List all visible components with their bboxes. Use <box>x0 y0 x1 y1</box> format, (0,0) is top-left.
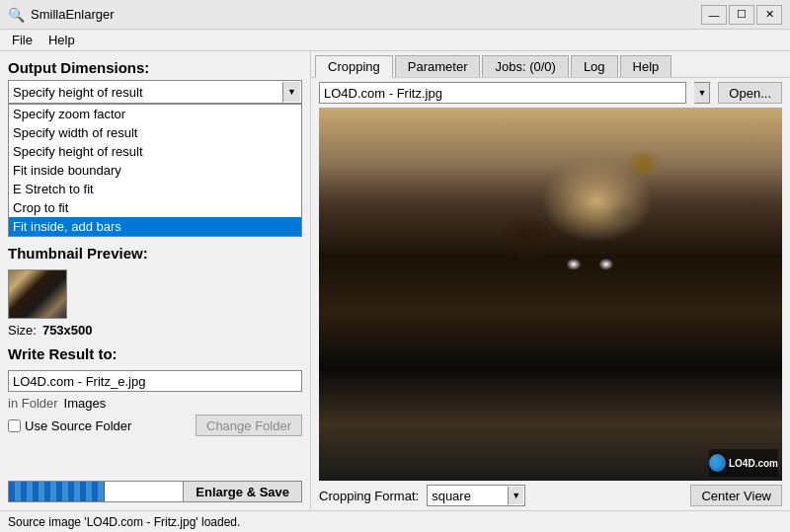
maximize-button[interactable]: ☐ <box>729 5 754 25</box>
path-dropdown: ▼ <box>694 82 710 104</box>
left-panel: Output Dimensions: Specify zoom factor S… <box>0 51 311 510</box>
output-dimensions-select[interactable]: Specify zoom factor Specify width of res… <box>8 80 302 104</box>
title-bar-left: 🔍 SmillaEnlarger <box>8 7 115 23</box>
tab-cropping[interactable]: Cropping <box>315 55 393 78</box>
write-result-title: Write Result to: <box>8 345 302 362</box>
progress-bar <box>8 481 184 502</box>
tab-help[interactable]: Help <box>620 55 672 77</box>
output-dimensions-title: Output Dimensions: <box>8 59 302 76</box>
size-label: Size: <box>8 323 37 338</box>
image-bottom-bar: Cropping Format: square original custom … <box>311 481 790 510</box>
list-item[interactable]: Specify width of result <box>9 123 301 142</box>
folder-label: in Folder <box>8 396 58 411</box>
status-bar: Source image 'LO4D.com - Fritz.jpg' load… <box>0 510 790 532</box>
app-title: SmillaEnlarger <box>31 7 115 22</box>
size-row: Size: 753x500 <box>8 323 302 338</box>
image-display: 🌐 LO4D.com <box>319 108 782 481</box>
cropping-format-label: Cropping Format: <box>319 489 419 503</box>
center-view-button[interactable]: Center View <box>690 485 782 506</box>
list-item[interactable]: Specify height of result <box>9 142 301 161</box>
menu-file[interactable]: File <box>4 31 40 49</box>
watermark: 🌐 LO4D.com <box>709 449 778 477</box>
cat-image-inner <box>319 108 782 481</box>
checkbox-row: Use Source Folder Change Folder <box>8 415 302 436</box>
tab-log[interactable]: Log <box>571 55 618 77</box>
watermark-text: LO4D.com <box>729 458 778 469</box>
image-path-input[interactable] <box>319 82 686 104</box>
watermark-globe-icon: 🌐 <box>709 454 726 472</box>
tabs-row: Cropping Parameter Jobs: (0/0) Log Help <box>311 51 790 78</box>
list-item-selected[interactable]: Fit inside, add bars <box>9 217 301 236</box>
folder-value: Images <box>64 396 107 411</box>
bottom-bar-left: Enlarge & Save <box>8 481 302 502</box>
thumbnail-image <box>8 269 67 319</box>
list-item[interactable]: E Stretch to fit <box>9 180 301 198</box>
output-dimensions-dropdown[interactable]: Specify zoom factor Specify width of res… <box>8 80 302 104</box>
main-content: Output Dimensions: Specify zoom factor S… <box>0 51 790 510</box>
open-button[interactable]: Open... <box>718 82 782 104</box>
change-folder-button[interactable]: Change Folder <box>196 415 302 436</box>
close-button[interactable]: ✕ <box>756 5 782 25</box>
progress-bar-fill <box>9 482 105 501</box>
title-bar-controls: — ☐ ✕ <box>701 5 782 25</box>
output-filename-input[interactable] <box>8 370 302 392</box>
thumbnail-preview-title: Thumbnail Preview: <box>8 245 302 262</box>
app-icon: 🔍 <box>8 7 25 23</box>
tab-parameter[interactable]: Parameter <box>395 55 481 77</box>
cropping-format-select[interactable]: square original custom <box>427 485 525 506</box>
list-item[interactable]: Specify zoom factor <box>9 105 301 123</box>
path-dropdown-arrow[interactable]: ▼ <box>694 82 710 104</box>
output-dimensions-listbox[interactable]: Specify zoom factor Specify width of res… <box>8 104 302 237</box>
cropping-format-dropdown[interactable]: square original custom ▼ <box>427 485 525 506</box>
use-source-folder-label: Use Source Folder <box>25 418 131 433</box>
minimize-button[interactable]: — <box>701 5 727 25</box>
use-source-folder-checkbox[interactable] <box>8 419 21 432</box>
output-dimensions-section: Output Dimensions: Specify zoom factor S… <box>8 59 302 237</box>
right-panel: Cropping Parameter Jobs: (0/0) Log Help … <box>311 51 790 510</box>
folder-row: in Folder Images <box>8 396 302 411</box>
menu-help[interactable]: Help <box>40 31 83 49</box>
list-item[interactable]: Fit inside boundary <box>9 161 301 180</box>
status-message: Source image 'LO4D.com - Fritz.jpg' load… <box>8 515 240 529</box>
size-value: 753x500 <box>42 323 93 338</box>
menu-bar: File Help <box>0 30 790 51</box>
title-bar: 🔍 SmillaEnlarger — ☐ ✕ <box>0 0 790 30</box>
list-item[interactable]: Crop to fit <box>9 198 301 217</box>
enlarge-save-button[interactable]: Enlarge & Save <box>184 481 302 502</box>
image-toolbar: ▼ Open... <box>311 78 790 108</box>
cat-image <box>319 108 782 481</box>
write-result-section: Write Result to: in Folder Images Use So… <box>8 345 302 436</box>
thumbnail-section: Thumbnail Preview: Size: 753x500 <box>8 245 302 338</box>
tab-jobs[interactable]: Jobs: (0/0) <box>482 55 568 77</box>
